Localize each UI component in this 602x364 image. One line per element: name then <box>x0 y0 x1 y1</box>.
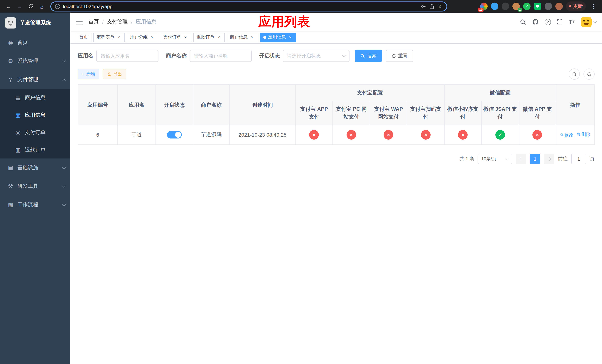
breadcrumb-item-home[interactable]: 首页 <box>88 19 99 25</box>
workflow-icon: ▧ <box>7 202 14 208</box>
tab-home[interactable]: 首页 <box>76 32 91 42</box>
tab-close-icon[interactable]: × <box>150 35 155 40</box>
app-name-input[interactable] <box>96 50 159 62</box>
merchant-name-input[interactable] <box>190 50 252 62</box>
sidebar-item-merchant-info[interactable]: ▤ 商户信息 <box>0 89 70 106</box>
browser-menu-icon[interactable]: ⋮ <box>589 3 598 10</box>
tab-close-icon[interactable]: × <box>116 35 121 40</box>
add-button[interactable]: + 新增 <box>78 69 99 79</box>
goto-label: 前往 <box>558 156 568 162</box>
tab-close-icon[interactable]: × <box>216 35 221 40</box>
cell-create-time: 2021-10-23 08:49:25 <box>230 125 296 145</box>
browser-update-button[interactable]: 更新 <box>566 1 586 11</box>
col-group-wechat: 微信配置 <box>444 85 556 101</box>
page-banner: 应用列表 <box>258 13 310 30</box>
tab-pay-order[interactable]: 支付订单 × <box>160 32 191 42</box>
export-button-label: 导出 <box>113 71 122 77</box>
prev-page-button[interactable] <box>516 154 526 164</box>
tab-label: 流程表单 <box>97 34 114 40</box>
browser-toolbar: ← → ⌂ i localhost:1024/pay/app ☆ 10 1 <box>0 0 602 13</box>
url-bar[interactable]: i localhost:1024/pay/app ☆ <box>50 1 447 11</box>
extension-icon-7[interactable] <box>545 3 552 10</box>
sidebar-item-pay-order[interactable]: ◎ 支付订单 <box>0 124 70 141</box>
navbar-actions: ? TT <box>520 16 596 27</box>
help-icon[interactable]: ? <box>545 19 551 25</box>
tab-close-icon[interactable]: × <box>288 35 293 40</box>
search-icon[interactable] <box>520 19 526 25</box>
cell-alipay-app <box>295 125 333 145</box>
tab-app-info[interactable]: 应用信息 × <box>260 32 296 42</box>
screen: ← → ⌂ i localhost:1024/pay/app ☆ 10 1 <box>0 0 602 364</box>
refund-doc-icon: ▥ <box>15 146 21 153</box>
export-button[interactable]: 导出 <box>103 69 126 79</box>
sidebar-item-label: 商户信息 <box>25 94 65 101</box>
forward-icon[interactable]: → <box>15 1 24 11</box>
status-select[interactable]: 请选择开启状态 <box>283 50 350 62</box>
sidebar-header: 芋道管理系统 <box>0 13 70 33</box>
sidebar-item-app-info[interactable]: ▦ 应用信息 <box>0 106 70 124</box>
page-number-1[interactable]: 1 <box>530 154 540 164</box>
goto-page-input[interactable] <box>571 154 586 164</box>
font-size-icon[interactable]: TT <box>569 19 575 25</box>
reload-icon[interactable] <box>26 1 35 11</box>
sidebar-item-infra[interactable]: ▣ 基础设施 <box>0 159 70 177</box>
col-header-alipay-wap: 支付宝 WAP 网站支付 <box>370 101 407 125</box>
edit-button[interactable]: ✎修改 <box>560 132 573 138</box>
alipay-qr-status-icon <box>421 130 430 139</box>
sidebar-item-dev-tools[interactable]: ⚒ 研发工具 <box>0 177 70 195</box>
password-key-icon[interactable] <box>421 3 426 9</box>
chevron-down-icon <box>342 54 346 57</box>
status-label: 开启状态 <box>259 53 280 59</box>
sidebar-item-system[interactable]: ⚙ 系统管理 <box>0 52 70 70</box>
sidebar-item-home[interactable]: ◉ 首页 <box>0 33 70 52</box>
next-page-button[interactable] <box>544 154 554 164</box>
sidebar-item-workflow[interactable]: ▧ 工作流程 <box>0 195 70 214</box>
page-size-select[interactable]: 10条/页 <box>478 154 512 164</box>
sidebar-item-label: 支付订单 <box>25 129 65 136</box>
extension-icon-5[interactable]: ✓ <box>523 3 531 10</box>
refresh-button[interactable] <box>583 68 595 80</box>
profile-avatar-icon[interactable] <box>555 3 563 10</box>
sidebar-item-payment[interactable]: ¥ 支付管理 <box>0 70 70 89</box>
extension-icon-2[interactable] <box>491 3 498 10</box>
breadcrumb-item-payment[interactable]: 支付管理 <box>107 19 128 25</box>
back-icon[interactable]: ← <box>4 1 13 11</box>
tab-refund-order[interactable]: 退款订单 × <box>193 32 225 42</box>
app-name-label: 应用名 <box>78 53 93 59</box>
col-header-app-id: 应用编号 <box>78 85 117 125</box>
extension-icon-3[interactable] <box>502 3 509 10</box>
sidebar-toggle-icon[interactable] <box>76 20 83 24</box>
app-grid-icon: ▦ <box>15 112 21 118</box>
extension-icon-6[interactable] <box>534 3 541 10</box>
plus-icon: + <box>82 72 85 77</box>
tab-close-icon[interactable]: × <box>249 35 255 40</box>
pay-order-icon: ◎ <box>15 129 21 136</box>
table-mini-actions <box>569 68 595 80</box>
status-toggle[interactable] <box>167 131 182 139</box>
tab-user-group[interactable]: 用户分组 × <box>127 32 158 42</box>
tab-merchant-info[interactable]: 商户信息 × <box>226 32 258 42</box>
github-icon[interactable] <box>532 19 539 25</box>
fullscreen-icon[interactable] <box>557 19 563 25</box>
reset-button[interactable]: 重置 <box>386 50 413 62</box>
site-info-icon[interactable]: i <box>55 4 60 9</box>
extensions-area: 10 1 ✓ 更新 ⋮ <box>480 1 598 11</box>
top-navbar: 首页 / 支付管理 / 应用信息 应用列表 ? <box>70 13 602 31</box>
extension-icon-1[interactable]: 10 <box>480 3 488 10</box>
user-menu[interactable] <box>581 16 596 27</box>
extension-icon-4[interactable]: 1 <box>512 3 520 10</box>
sidebar-item-refund-order[interactable]: ▥ 退款订单 <box>0 141 70 159</box>
tab-label: 退款订单 <box>197 34 214 40</box>
bookmark-star-icon[interactable]: ☆ <box>438 3 442 9</box>
tab-process-form[interactable]: 流程表单 × <box>93 32 125 42</box>
search-button[interactable]: 搜索 <box>355 50 382 62</box>
share-icon[interactable] <box>429 3 435 9</box>
col-header-wechat-jsapi: 微信 JSAPI 支付 <box>482 101 519 125</box>
col-header-alipay-qr: 支付宝扫码支付 <box>407 101 444 125</box>
active-tab-dot <box>263 36 266 39</box>
tab-close-icon[interactable]: × <box>183 35 188 40</box>
page-content: 应用名 商户名称 开启状态 请选择开启状态 搜索 重置 <box>70 44 602 364</box>
home-icon[interactable]: ⌂ <box>37 1 47 11</box>
delete-button[interactable]: 删除 <box>576 131 590 138</box>
toggle-search-button[interactable] <box>569 68 580 80</box>
